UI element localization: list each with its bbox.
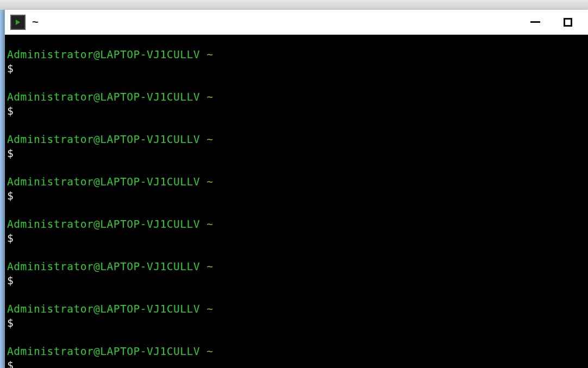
cwd-tilde: ~ — [207, 48, 213, 61]
prompt-line-1: Administrator@LAPTOP-VJ1CULLV ~ — [7, 90, 586, 104]
cwd-tilde: ~ — [207, 218, 213, 230]
background-tab-strip — [0, 0, 588, 10]
prompt-line-2: $ — [7, 232, 586, 246]
prompt-block: Administrator@LAPTOP-VJ1CULLV ~$ — [7, 48, 586, 76]
window-controls — [530, 17, 583, 28]
prompt-block: Administrator@LAPTOP-VJ1CULLV ~$ — [7, 90, 586, 118]
cwd-tilde: ~ — [207, 345, 213, 358]
user-host: Administrator@LAPTOP-VJ1CULLV — [7, 218, 207, 230]
prompt-line-1: Administrator@LAPTOP-VJ1CULLV ~ — [7, 48, 586, 62]
window-left-edge — [0, 10, 4, 368]
prompt-line-1: Administrator@LAPTOP-VJ1CULLV ~ — [7, 345, 586, 359]
user-host: Administrator@LAPTOP-VJ1CULLV — [7, 176, 207, 188]
user-host: Administrator@LAPTOP-VJ1CULLV — [7, 48, 207, 61]
prompt-symbol: $ — [7, 359, 14, 368]
prompt-line-2: $ — [7, 359, 586, 368]
prompt-symbol: $ — [7, 63, 14, 75]
prompt-symbol: $ — [7, 190, 14, 202]
maximize-icon — [564, 18, 572, 27]
terminal-window: ~ Administrator@LAPTOP-VJ1CULLV ~$Admini… — [4, 10, 588, 368]
minimize-icon — [530, 21, 540, 23]
cwd-tilde: ~ — [207, 260, 213, 273]
prompt-line-1: Administrator@LAPTOP-VJ1CULLV ~ — [7, 302, 586, 316]
cwd-tilde: ~ — [207, 176, 213, 188]
user-host: Administrator@LAPTOP-VJ1CULLV — [7, 133, 207, 146]
terminal-app-icon — [10, 15, 26, 30]
prompt-line-2: $ — [7, 274, 586, 288]
window-title: ~ — [32, 16, 530, 28]
user-host: Administrator@LAPTOP-VJ1CULLV — [7, 91, 207, 103]
prompt-symbol: $ — [7, 317, 14, 329]
prompt-symbol: $ — [7, 105, 14, 117]
maximize-button[interactable] — [562, 17, 573, 28]
prompt-block: Administrator@LAPTOP-VJ1CULLV ~$ — [7, 175, 586, 203]
user-host: Administrator@LAPTOP-VJ1CULLV — [7, 345, 207, 358]
terminal-area[interactable]: Administrator@LAPTOP-VJ1CULLV ~$Administ… — [5, 35, 588, 368]
prompt-block: Administrator@LAPTOP-VJ1CULLV ~$ — [7, 260, 586, 288]
prompt-block: Administrator@LAPTOP-VJ1CULLV ~$ — [7, 133, 586, 161]
cwd-tilde: ~ — [207, 133, 213, 146]
prompt-line-1: Administrator@LAPTOP-VJ1CULLV ~ — [7, 175, 586, 189]
cwd-tilde: ~ — [207, 91, 213, 103]
prompt-symbol: $ — [7, 232, 14, 245]
minimize-button[interactable] — [530, 17, 541, 28]
prompt-line-2: $ — [7, 147, 586, 161]
prompt-line-2: $ — [7, 104, 586, 118]
prompt-block: Administrator@LAPTOP-VJ1CULLV ~$ — [7, 302, 586, 330]
user-host: Administrator@LAPTOP-VJ1CULLV — [7, 260, 207, 273]
prompt-line-2: $ — [7, 316, 586, 330]
prompt-symbol: $ — [7, 275, 14, 287]
prompt-line-2: $ — [7, 62, 586, 76]
prompt-line-1: Administrator@LAPTOP-VJ1CULLV ~ — [7, 133, 586, 147]
user-host: Administrator@LAPTOP-VJ1CULLV — [7, 303, 207, 315]
prompt-line-1: Administrator@LAPTOP-VJ1CULLV ~ — [7, 260, 586, 274]
title-bar[interactable]: ~ — [5, 10, 588, 35]
prompt-line-2: $ — [7, 189, 586, 203]
prompt-block: Administrator@LAPTOP-VJ1CULLV ~$ — [7, 217, 586, 246]
prompt-line-1: Administrator@LAPTOP-VJ1CULLV ~ — [7, 217, 586, 232]
prompt-symbol: $ — [7, 147, 14, 160]
prompt-block: Administrator@LAPTOP-VJ1CULLV ~$ — [7, 345, 586, 368]
cwd-tilde: ~ — [207, 303, 213, 315]
